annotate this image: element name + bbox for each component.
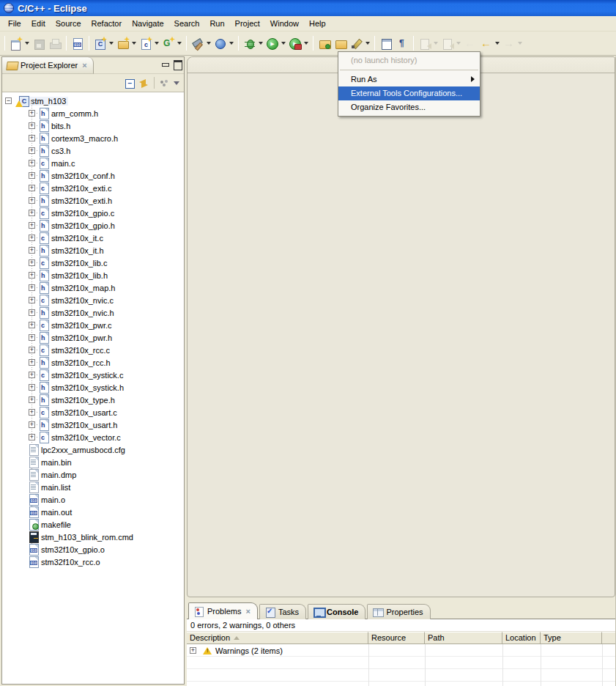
- dropdown-caret-icon[interactable]: [365, 42, 370, 45]
- tree-item[interactable]: stm32f10x_systick.h: [2, 381, 184, 394]
- toolbar-button[interactable]: [394, 34, 410, 52]
- tree-item[interactable]: stm32f10x_lib.c: [2, 257, 184, 269]
- tree-item[interactable]: makefile: [2, 518, 184, 531]
- toolbar-button[interactable]: [349, 34, 371, 52]
- tree-item-project[interactable]: stm_h103: [2, 95, 184, 107]
- expand-expander-icon[interactable]: [29, 247, 35, 254]
- expand-expander-icon[interactable]: [29, 185, 35, 191]
- dropdown-caret-icon[interactable]: [177, 42, 182, 45]
- toolbar-button[interactable]: [242, 34, 264, 52]
- tree-item[interactable]: main.c: [2, 157, 184, 169]
- minimize-view-icon[interactable]: [161, 60, 169, 67]
- expand-expander-icon[interactable]: [29, 147, 35, 154]
- column-header[interactable]: Resource: [368, 632, 425, 644]
- expand-expander-icon[interactable]: [29, 197, 35, 204]
- dropdown-caret-icon[interactable]: [25, 42, 29, 45]
- expand-expander-icon[interactable]: [29, 284, 35, 291]
- tree-item[interactable]: cortexm3_macro.h: [2, 132, 184, 144]
- tree-item[interactable]: cs3.h: [2, 144, 184, 157]
- title-bar[interactable]: C/C++ - Eclipse: [0, 0, 616, 16]
- toolbar-button[interactable]: [160, 34, 183, 52]
- dropdown-caret-icon[interactable]: [281, 42, 286, 45]
- tree-item[interactable]: stm32f10x_lib.h: [2, 269, 184, 281]
- menu-item[interactable]: Search: [169, 18, 205, 29]
- tree-item[interactable]: stm32f10x_gpio.o: [2, 543, 184, 556]
- dropdown-caret-icon[interactable]: [109, 42, 114, 45]
- expand-expander-icon[interactable]: [29, 297, 35, 303]
- tree-item[interactable]: stm32f10x_it.h: [2, 244, 184, 257]
- dropdown-caret-icon[interactable]: [456, 42, 461, 45]
- maximize-view-icon[interactable]: [174, 60, 182, 67]
- tree-item[interactable]: stm32f10x_pwr.c: [2, 319, 184, 331]
- toolbar-button[interactable]: [47, 34, 63, 52]
- menu-item[interactable]: Window: [265, 18, 304, 29]
- toolbar-button[interactable]: [115, 34, 138, 52]
- tree-item[interactable]: stm32f10x_systick.c: [2, 369, 184, 381]
- tree-item[interactable]: stm_h103_blink_rom.cmd: [2, 531, 184, 543]
- tree-item[interactable]: main.list: [2, 481, 184, 493]
- view-menu-arrow-icon[interactable]: [174, 81, 179, 85]
- dropdown-caret-icon[interactable]: [304, 42, 308, 45]
- toolbar-button[interactable]: [333, 34, 349, 52]
- tree-item[interactable]: stm32f10x_rcc.c: [2, 344, 184, 356]
- expand-expander-icon[interactable]: [29, 122, 35, 129]
- tree-item[interactable]: stm32f10x_gpio.h: [2, 219, 184, 232]
- toolbar-button[interactable]: [316, 34, 333, 52]
- expand-expander-icon[interactable]: [29, 434, 35, 440]
- menu-item[interactable]: Project: [230, 18, 265, 29]
- toolbar-button[interactable]: [478, 34, 501, 52]
- view-menu-icon[interactable]: [159, 78, 169, 87]
- collapse-all-icon[interactable]: [125, 78, 134, 88]
- expand-expander-icon[interactable]: [29, 347, 35, 353]
- toolbar-button[interactable]: [138, 34, 160, 52]
- column-header[interactable]: Type: [541, 632, 602, 644]
- expand-expander-icon[interactable]: [29, 372, 35, 378]
- dropdown-caret-icon[interactable]: [155, 42, 159, 45]
- tree-item[interactable]: stm32f10x_rcc.h: [2, 356, 184, 369]
- collapse-expander-icon[interactable]: [5, 97, 12, 104]
- expand-expander-icon[interactable]: [29, 359, 35, 366]
- tree-item[interactable]: stm32f10x_map.h: [2, 281, 184, 294]
- dropdown-menu-item[interactable]: Organize Favorites...: [338, 100, 480, 114]
- expand-expander-icon[interactable]: [29, 397, 35, 403]
- menu-item[interactable]: Edit: [26, 18, 51, 29]
- toolbar-button[interactable]: [8, 34, 31, 52]
- menu-item[interactable]: Navigate: [127, 18, 168, 29]
- dropdown-caret-icon[interactable]: [207, 42, 211, 45]
- menu-item[interactable]: File: [3, 18, 26, 29]
- menu-item[interactable]: Refactor: [86, 18, 127, 29]
- bottom-tab[interactable]: Tasks: [259, 604, 306, 619]
- expand-expander-icon[interactable]: [29, 160, 35, 166]
- toolbar-button[interactable]: [70, 34, 86, 52]
- tree-item[interactable]: arm_comm.h: [2, 107, 184, 119]
- tree-item[interactable]: stm32f10x_exti.h: [2, 194, 184, 207]
- dropdown-caret-icon[interactable]: [132, 42, 136, 45]
- toolbar-button[interactable]: [501, 34, 524, 52]
- dropdown-caret-icon[interactable]: [518, 42, 522, 45]
- column-header[interactable]: Location: [502, 632, 541, 644]
- tree-item[interactable]: main.out: [2, 506, 184, 518]
- toolbar-button[interactable]: [264, 34, 287, 52]
- tree-item[interactable]: stm32f10x_vector.c: [2, 431, 184, 443]
- column-header[interactable]: Path: [425, 632, 502, 644]
- menu-item[interactable]: Help: [304, 18, 331, 29]
- tree-item[interactable]: main.o: [2, 493, 184, 506]
- expand-expander-icon[interactable]: [29, 110, 35, 117]
- expand-expander-icon[interactable]: [29, 421, 35, 428]
- tree-item[interactable]: stm32f10x_usart.h: [2, 418, 184, 431]
- tree-item[interactable]: main.dmp: [2, 468, 184, 481]
- toolbar-button[interactable]: [378, 34, 394, 52]
- expand-expander-icon[interactable]: [29, 272, 35, 279]
- tab-project-explorer[interactable]: Project Explorer ×: [2, 57, 94, 74]
- toolbar-button[interactable]: [439, 34, 462, 52]
- expand-expander-icon[interactable]: [29, 334, 35, 341]
- tree-item[interactable]: main.bin: [2, 456, 184, 468]
- expand-expander-icon[interactable]: [29, 222, 35, 229]
- bottom-tab[interactable]: Problems ×: [188, 602, 258, 619]
- expand-expander-icon[interactable]: [29, 322, 35, 328]
- dropdown-menu-item[interactable]: Run As: [338, 73, 480, 86]
- bottom-tab[interactable]: Properties: [367, 604, 430, 619]
- link-with-editor-icon[interactable]: [138, 78, 149, 88]
- expand-expander-icon[interactable]: [29, 384, 35, 391]
- toolbar-button[interactable]: [190, 34, 212, 52]
